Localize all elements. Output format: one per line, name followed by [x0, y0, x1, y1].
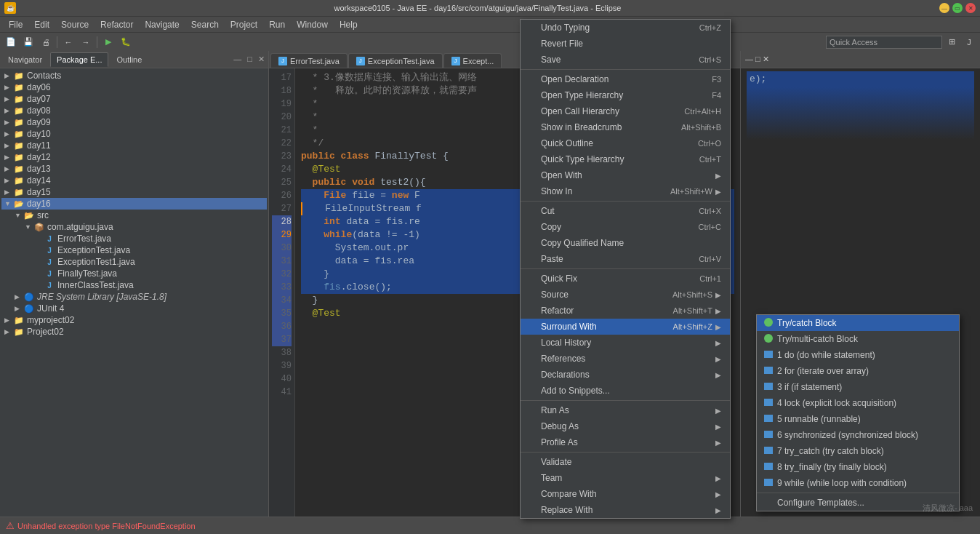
ctx-open-call-hierarchy[interactable]: Open Call Hierarchy Ctrl+Alt+H [521, 103, 730, 119]
submenu-do-while[interactable]: 1 do (do while statement) [757, 347, 959, 363]
menu-run[interactable]: Run [263, 18, 291, 31]
toolbar-back[interactable]: ← [60, 35, 76, 49]
tree-item-project02[interactable]: ▶ 📁 Project02 [1, 326, 267, 338]
toolbar-save[interactable]: 💾 [20, 35, 36, 49]
ctx-open-declaration[interactable]: Open Declaration F3 [521, 71, 730, 87]
tree-item-package[interactable]: ▼ 📦 com.atguigu.java [1, 221, 267, 233]
toolbar-new[interactable]: 📄 [3, 35, 19, 49]
ctx-save[interactable]: Save Ctrl+S [521, 52, 730, 68]
ctx-replace-with[interactable]: Replace With ▶ [521, 502, 730, 518]
submenu-lock[interactable]: 4 lock (explicit lock acquisition) [757, 395, 959, 411]
ctx-source[interactable]: Source Alt+Shift+S ▶ [521, 287, 730, 303]
tree-item-junit[interactable]: ▶ 🔵 JUnit 4 [1, 303, 267, 314]
context-menu[interactable]: Undo Typing Ctrl+Z Revert File Save Ctrl… [520, 19, 731, 519]
window-controls[interactable]: — ▭ ✕ [939, 3, 976, 13]
ctx-team[interactable]: Team ▶ [521, 470, 730, 486]
menu-help[interactable]: Help [334, 18, 364, 31]
tab-errortest[interactable]: J ErrorTest.java [270, 53, 348, 68]
tree-item-myproject02[interactable]: ▶ 📁 myproject02 [1, 314, 267, 326]
ctx-debug-as[interactable]: Debug As ▶ [521, 418, 730, 434]
submenu-while[interactable]: 9 while (while loop with condition) [757, 475, 959, 491]
toolbar-print[interactable]: 🖨 [38, 35, 54, 49]
ctx-quick-type-hierarchy[interactable]: Quick Type Hierarchy Ctrl+T [521, 151, 730, 167]
tree-item-contacts[interactable]: ▶ 📁 Contacts [1, 70, 267, 81]
tree-item-day15[interactable]: ▶ 📁 day15 [1, 186, 267, 198]
panel-maximize-btn[interactable]: □ [245, 55, 254, 64]
tree-item-exceptiontest1[interactable]: J ExceptionTest1.java [1, 256, 267, 268]
tab-except[interactable]: J Except... [443, 53, 502, 68]
menu-navigate[interactable]: Navigate [139, 18, 185, 31]
tree-item-day10[interactable]: ▶ 📁 day10 [1, 128, 267, 140]
submenu-configure-templates[interactable]: Configure Templates... [757, 495, 959, 511]
tree-item-day07[interactable]: ▶ 📁 day07 [1, 93, 267, 105]
toolbar-perspectives[interactable]: ⊞ [944, 35, 960, 49]
surround-with-submenu[interactable]: Try/catch Block Try/multi-catch Block 1 … [756, 314, 960, 511]
menu-search[interactable]: Search [185, 18, 225, 31]
tree-item-day13[interactable]: ▶ 📁 day13 [1, 163, 267, 175]
tab-navigator[interactable]: Navigator [1, 52, 49, 67]
tree-item-day14[interactable]: ▶ 📁 day14 [1, 175, 267, 186]
menu-project[interactable]: Project [225, 18, 263, 31]
ctx-copy[interactable]: Copy Ctrl+C [521, 219, 730, 235]
tree-item-finallytest[interactable]: J FinallyTest.java [1, 268, 267, 279]
tree-item-src[interactable]: ▼ 📂 src [1, 210, 267, 221]
ctx-compare-with[interactable]: Compare With ▶ [521, 486, 730, 502]
ctx-open-type-hierarchy[interactable]: Open Type Hierarchy F4 [521, 87, 730, 103]
toolbar-debug[interactable]: 🐛 [118, 35, 134, 49]
ctx-run-as[interactable]: Run As ▶ [521, 402, 730, 418]
ctx-show-breadcrumb[interactable]: Show in Breadcrumb Alt+Shift+B [521, 119, 730, 135]
ctx-refactor[interactable]: Refactor Alt+Shift+T ▶ [521, 303, 730, 319]
minimize-button[interactable]: — [939, 3, 949, 13]
toolbar-run[interactable]: ▶ [100, 35, 116, 49]
maximize-button[interactable]: ▭ [952, 3, 963, 13]
ctx-surround-with[interactable]: Surround With Alt+Shift+Z ▶ [521, 319, 730, 335]
submenu-try-catch-block[interactable]: 7 try_catch (try catch block) [757, 443, 959, 459]
submenu-runnable[interactable]: 5 runnable (runnable) [757, 411, 959, 427]
submenu-for[interactable]: 2 for (iterate over array) [757, 363, 959, 379]
ctx-validate[interactable]: Validate [521, 454, 730, 470]
ctx-undo-typing[interactable]: Undo Typing Ctrl+Z [521, 20, 730, 36]
ctx-paste[interactable]: Paste Ctrl+V [521, 251, 730, 267]
ctx-cut[interactable]: Cut Ctrl+X [521, 203, 730, 219]
submenu-if[interactable]: 3 if (if statement) [757, 379, 959, 395]
ctx-local-history[interactable]: Local History ▶ [521, 335, 730, 351]
ctx-references[interactable]: References ▶ [521, 351, 730, 367]
submenu-try-multi-catch[interactable]: Try/multi-catch Block [757, 331, 959, 347]
ctx-revert-file[interactable]: Revert File [521, 36, 730, 52]
ctx-quick-outline[interactable]: Quick Outline Ctrl+O [521, 135, 730, 151]
toolbar-java-ee[interactable]: J [961, 35, 977, 49]
submenu-try-finally[interactable]: 8 try_finally (try finally block) [757, 459, 959, 475]
menu-refactor[interactable]: Refactor [95, 18, 139, 31]
toolbar-forward[interactable]: → [78, 35, 94, 49]
tree-item-day11[interactable]: ▶ 📁 day11 [1, 140, 267, 151]
submenu-try-catch[interactable]: Try/catch Block [757, 315, 959, 331]
ctx-quick-fix[interactable]: Quick Fix Ctrl+1 [521, 271, 730, 287]
close-button[interactable]: ✕ [965, 3, 976, 13]
tree-item-innerclass[interactable]: J InnerClassTest.java [1, 279, 267, 291]
ctx-profile-as[interactable]: Profile As ▶ [521, 434, 730, 450]
tab-package-explorer[interactable]: Package E... [50, 52, 108, 67]
tab-outline[interactable]: Outline [110, 52, 148, 67]
tree-item-jre[interactable]: ▶ 🔵 JRE System Library [JavaSE-1.8] [1, 291, 267, 303]
tab-exceptiontest[interactable]: J ExceptionTest.java [348, 53, 443, 68]
ctx-copy-qualified-name[interactable]: Copy Qualified Name [521, 235, 730, 251]
tree-item-errortest[interactable]: J ErrorTest.java [1, 233, 267, 244]
tree-item-day16[interactable]: ▼ 📂 day16 [1, 198, 267, 210]
ctx-show-in[interactable]: Show In Alt+Shift+W ▶ [521, 183, 730, 199]
panel-close-btn[interactable]: ✕ [256, 55, 267, 64]
tree-item-day09[interactable]: ▶ 📁 day09 [1, 116, 267, 128]
tree-item-day12[interactable]: ▶ 📁 day12 [1, 151, 267, 163]
panel-minimize-btn[interactable]: — [231, 55, 244, 64]
quick-access-box[interactable]: Quick Access [826, 36, 942, 49]
tree-item-exceptiontest[interactable]: J ExceptionTest.java [1, 244, 267, 256]
submenu-synchronized[interactable]: 6 synchronized (synchronized block) [757, 427, 959, 443]
tree-item-day06[interactable]: ▶ 📁 day06 [1, 81, 267, 93]
menu-source[interactable]: Source [55, 18, 95, 31]
ctx-open-with[interactable]: Open With ▶ [521, 167, 730, 183]
ctx-add-snippets[interactable]: Add to Snippets... [521, 383, 730, 399]
ctx-declarations[interactable]: Declarations ▶ [521, 367, 730, 383]
menu-window[interactable]: Window [291, 18, 334, 31]
menu-edit[interactable]: Edit [28, 18, 55, 31]
menu-file[interactable]: File [3, 18, 28, 31]
tree-item-day08[interactable]: ▶ 📁 day08 [1, 105, 267, 116]
